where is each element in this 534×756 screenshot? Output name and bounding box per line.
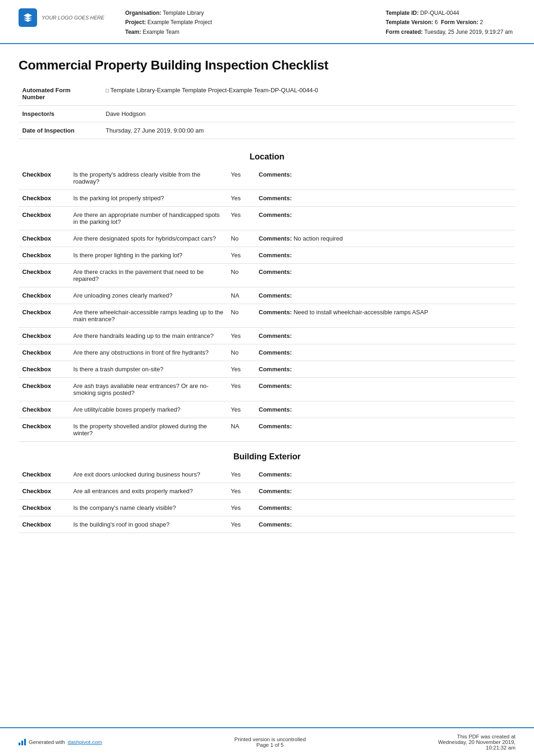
footer-pdf-created: This PDF was created at [438,734,515,739]
col-comments: Comments: [255,516,515,533]
col-checkbox: Checkbox [19,190,70,207]
col-answer: Yes [227,500,255,516]
col-checkbox: Checkbox [19,264,70,287]
table-row: Checkbox Are unloading zones clearly mar… [19,287,515,304]
comments-value: Need to install wheelchair-accessible ra… [292,309,428,316]
checklist-table-location: Checkbox Is the property's address clear… [19,166,515,442]
col-comments: Comments: Need to install wheelchair-acc… [255,304,515,328]
comments-label: Comments: [259,195,292,202]
col-checkbox: Checkbox [19,230,70,247]
meta-row-form-number: Automated FormNumber □ Template Library-… [19,82,515,106]
table-row: Checkbox Are all entrances and exits pro… [19,483,515,500]
meta-row-date: Date of Inspection Thursday, 27 June 201… [19,122,515,139]
form-created-value: Tuesday, 25 June 2019, 9:19:27 am [424,29,513,35]
col-answer: Yes [227,483,255,500]
col-question: Is the property shovelled and/or plowed … [70,418,227,442]
project-value: Example Template Project [147,19,212,25]
comments-label: Comments: [259,521,292,528]
col-comments: Comments: [255,361,515,378]
col-checkbox: Checkbox [19,361,70,378]
team-label: Team: [125,29,141,35]
footer-generated-text: Generated with [29,739,65,745]
section-heading-exterior: Building Exterior [19,442,515,466]
logo-area: YOUR LOGO GOES HERE [19,8,111,27]
footer-pdf-time: 10:21:32 am [438,745,515,750]
table-row: Checkbox Are there an appropriate number… [19,207,515,230]
table-row: Checkbox Are there cracks in the pavemen… [19,264,515,287]
col-question: Are utility/cable boxes properly marked? [70,401,227,418]
comments-label: Comments: [259,332,292,339]
col-checkbox: Checkbox [19,500,70,516]
table-row: Checkbox Are ash trays available near en… [19,378,515,401]
col-question: Are there handrails leading up to the ma… [70,328,227,344]
col-question: Is the building's roof in good shape? [70,516,227,533]
col-answer: Yes [227,401,255,418]
col-comments: Comments: [255,207,515,230]
col-checkbox: Checkbox [19,287,70,304]
col-comments: Comments: [255,378,515,401]
comments-label: Comments: [259,268,292,275]
header-right: Template ID: DP-QUAL-0044 Template Versi… [386,8,515,37]
comments-value: No action required [292,235,343,242]
table-row: Checkbox Are there wheelchair-accessible… [19,304,515,328]
col-answer: Yes [227,516,255,533]
document-title: Commercial Property Building Inspection … [19,58,515,73]
table-row: Checkbox Is there a trash dumpster on-si… [19,361,515,378]
col-checkbox: Checkbox [19,378,70,401]
logo-text: YOUR LOGO GOES HERE [42,14,104,21]
comments-label: Comments: [259,406,292,413]
col-checkbox: Checkbox [19,401,70,418]
col-checkbox: Checkbox [19,207,70,230]
form-version-value: 2 [480,19,483,25]
table-row: Checkbox Is there proper lighting in the… [19,247,515,264]
col-comments: Comments: [255,247,515,264]
comments-label: Comments: [259,235,292,242]
col-checkbox: Checkbox [19,516,70,533]
org-label: Organisation: [125,10,161,16]
template-version-value: 6 [435,19,438,25]
meta-label-form-number: Automated FormNumber [19,82,102,106]
comments-label: Comments: [259,211,292,218]
table-row: Checkbox Are utility/cable boxes properl… [19,401,515,418]
col-answer: NA [227,287,255,304]
col-comments: Comments: [255,287,515,304]
col-question: Are ash trays available near entrances? … [70,378,227,401]
comments-label: Comments: [259,366,292,373]
col-question: Are unloading zones clearly marked? [70,287,227,304]
table-row: Checkbox Are exit doors unlocked during … [19,466,515,483]
col-answer: Yes [227,207,255,230]
table-row: Checkbox Are there any obstructions in f… [19,344,515,361]
comments-label: Comments: [259,423,292,430]
meta-value-inspector: Dave Hodgson [102,106,515,122]
col-comments: Comments: No action required [255,230,515,247]
col-question: Are exit doors unlocked during business … [70,466,227,483]
table-row: Checkbox Is the parking lot properly str… [19,190,515,207]
comments-label: Comments: [259,292,292,299]
org-value: Template Library [163,10,204,16]
col-comments: Comments: [255,418,515,442]
col-checkbox: Checkbox [19,166,70,190]
comments-label: Comments: [259,488,292,495]
col-question: Are there wheelchair-accessible ramps le… [70,304,227,328]
col-answer: Yes [227,328,255,344]
col-comments: Comments: [255,190,515,207]
meta-table: Automated FormNumber □ Template Library-… [19,82,515,139]
col-question: Is the property's address clearly visibl… [70,166,227,190]
col-comments: Comments: [255,483,515,500]
table-row: Checkbox Are there designated spots for … [19,230,515,247]
col-comments: Comments: [255,344,515,361]
col-question: Is there proper lighting in the parking … [70,247,227,264]
col-question: Is there a trash dumpster on-site? [70,361,227,378]
col-question: Are there an appropriate number of handi… [70,207,227,230]
footer-link[interactable]: dashpivot.com [68,739,102,745]
team-value: Example Team [143,29,179,35]
meta-label-inspector: Inspector/s [19,106,102,122]
col-question: Is the company's name clearly visible? [70,500,227,516]
footer-page: Page 1 of 5 [235,742,306,748]
comments-label: Comments: [259,471,292,478]
col-comments: Comments: [255,166,515,190]
col-question: Are there designated spots for hybrids/c… [70,230,227,247]
logo-icon [23,13,33,23]
col-answer: Yes [227,466,255,483]
col-question: Are there any obstructions in front of f… [70,344,227,361]
